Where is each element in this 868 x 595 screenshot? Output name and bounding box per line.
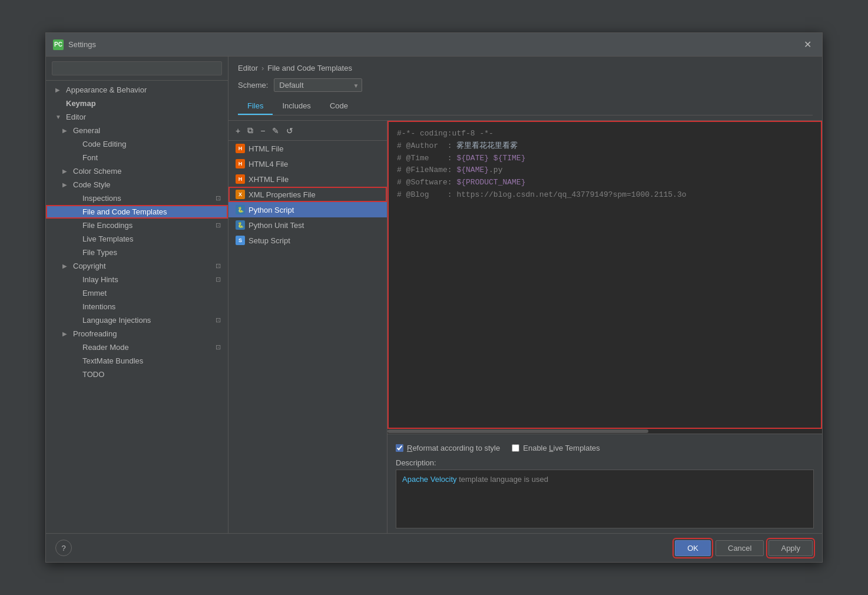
sidebar-item-label: Editor [66,113,86,121]
copyright-badge: ⊡ [216,262,221,270]
sidebar-item-label: File Types [82,248,117,257]
breadcrumb-current: File and Code Templates [267,64,352,72]
sidebar-item-label: Reader Mode [82,343,129,352]
title-bar-left: PC Settings [53,39,96,50]
sidebar-item-label: File and Code Templates [82,207,167,216]
settings-dialog: PC Settings ✕ ▶ Appearance & Behavior Ke… [45,32,823,563]
code-editor[interactable]: #-*- coding:utf-8 -*- # @Author : 雾里看花花里… [387,121,822,429]
file-item-xml-properties[interactable]: X XML Properties File [228,187,387,202]
sidebar-item-reader-mode[interactable]: Reader Mode ⊡ [46,341,228,354]
sidebar-item-label: Intentions [82,302,115,311]
sidebar-item-label: TODO [82,370,104,379]
reset-template-button[interactable]: ↺ [284,125,296,137]
reformat-checkbox[interactable] [396,444,403,452]
sidebar-item-code-editing[interactable]: Code Editing [46,137,228,151]
sidebar-item-copyright[interactable]: ▶ Copyright ⊡ [46,259,228,273]
setup-script-icon: S [236,236,245,245]
file-item-html4[interactable]: H HTML4 File [228,156,387,171]
copy-template-button[interactable]: ⧉ [245,124,256,137]
tab-files[interactable]: Files [238,98,273,115]
reader-mode-badge: ⊡ [216,343,221,351]
file-item-python-unit-test[interactable]: 🐍 Python Unit Test [228,217,387,233]
html-file-icon: H [236,144,245,153]
reformat-label: Reformat according to style [407,444,500,452]
files-panel: + ⧉ − ✎ ↺ H HTML File [228,121,822,533]
sidebar-item-textmate-bundles[interactable]: TextMate Bundles [46,354,228,368]
sidebar-item-code-style[interactable]: ▶ Code Style [46,178,228,191]
cancel-button[interactable]: Cancel [715,540,764,556]
scheme-row: Scheme: Default ▼ [238,78,813,92]
sidebar-item-font[interactable]: Font [46,151,228,164]
file-item-html[interactable]: H HTML File [228,141,387,156]
tab-includes[interactable]: Includes [273,98,320,115]
sidebar-item-label: Code Style [73,180,111,189]
scheme-selector-wrapper: Default ▼ [274,78,362,92]
search-input[interactable] [52,61,222,75]
breadcrumb-parent: Editor [238,64,258,72]
sidebar-item-editor[interactable]: ▼ Editor [46,110,228,124]
sidebar: ▶ Appearance & Behavior Keymap ▼ Editor … [46,57,228,533]
help-button[interactable]: ? [55,540,72,556]
code-line-3: # @Time : ${DATE} ${TIME} [397,153,813,165]
remove-template-button[interactable]: − [258,125,267,137]
live-templates-checkbox-label[interactable]: Enable Live Templates [512,444,600,452]
rename-template-button[interactable]: ✎ [270,125,281,137]
sidebar-item-general[interactable]: ▶ General [46,124,228,137]
file-item-python-script[interactable]: 🐍 Python Script [228,202,387,217]
apache-velocity-link[interactable]: Apache Velocity [402,475,457,484]
reformat-checkbox-label[interactable]: Reformat according to style [396,444,500,452]
file-item-label: Python Unit Test [249,221,304,230]
scheme-label: Scheme: [238,81,268,90]
file-list: H HTML File H HTML4 File H X [228,141,387,533]
file-item-label: Setup Script [249,236,290,245]
sidebar-item-todo[interactable]: TODO [46,368,228,381]
sidebar-item-emmet[interactable]: Emmet [46,286,228,300]
sidebar-item-keymap[interactable]: Keymap [46,97,228,110]
search-box [46,57,228,81]
file-item-setup-script[interactable]: S Setup Script [228,233,387,248]
live-templates-checkbox[interactable] [512,444,519,452]
file-item-label: HTML File [249,144,283,153]
sidebar-item-inlay-hints[interactable]: Inlay Hints ⊡ [46,273,228,286]
expand-icon: ▶ [55,87,62,93]
file-toolbar: + ⧉ − ✎ ↺ [228,121,387,141]
tab-code[interactable]: Code [320,98,357,115]
file-item-label: XHTML File [249,175,289,184]
sidebar-item-label: Emmet [82,289,107,298]
xml-file-icon: X [236,190,245,199]
sidebar-item-file-and-code-templates[interactable]: File and Code Templates [46,205,228,219]
apply-button[interactable]: Apply [768,540,813,556]
sidebar-item-live-templates[interactable]: Live Templates [46,232,228,246]
lang-inject-badge: ⊡ [216,316,221,324]
close-button[interactable]: ✕ [800,38,815,51]
sidebar-tree: ▶ Appearance & Behavior Keymap ▼ Editor … [46,81,228,533]
sidebar-item-inspections[interactable]: Inspections ⊡ [46,191,228,205]
ok-button[interactable]: OK [675,540,711,556]
sidebar-item-label: Live Templates [82,234,133,243]
options-row: Reformat according to style Enable Live … [396,439,814,456]
expand-icon: ▶ [62,263,69,269]
code-line-5: # @Software: ${PRODUCT_NAME} [397,177,813,189]
expand-icon: ▼ [55,114,62,120]
expand-icon: ▶ [62,181,69,188]
sidebar-item-file-encodings[interactable]: File Encodings ⊡ [46,219,228,232]
sidebar-item-file-types[interactable]: File Types [46,246,228,259]
sidebar-item-proofreading[interactable]: ▶ Proofreading [46,327,228,341]
file-item-xhtml[interactable]: H XHTML File [228,171,387,187]
sidebar-item-intentions[interactable]: Intentions [46,300,228,313]
add-template-button[interactable]: + [233,125,243,137]
sidebar-item-label: Copyright [73,262,106,270]
python-script-icon: 🐍 [236,205,245,214]
sidebar-item-color-scheme[interactable]: ▶ Color Scheme [46,164,228,178]
file-item-label: HTML4 File [249,160,288,168]
scheme-select[interactable]: Default [274,78,362,92]
horizontal-scrollbar[interactable] [387,429,822,434]
sidebar-item-language-injections[interactable]: Language Injections ⊡ [46,313,228,327]
description-text: template language is used [457,475,548,484]
tabs-row: Files Includes Code [238,98,813,115]
sidebar-item-appearance[interactable]: ▶ Appearance & Behavior [46,83,228,97]
dialog-body: ▶ Appearance & Behavior Keymap ▼ Editor … [46,57,822,533]
expand-icon: ▶ [62,127,69,134]
sidebar-item-label: Appearance & Behavior [66,85,147,94]
sidebar-item-label: Language Injections [82,316,151,325]
